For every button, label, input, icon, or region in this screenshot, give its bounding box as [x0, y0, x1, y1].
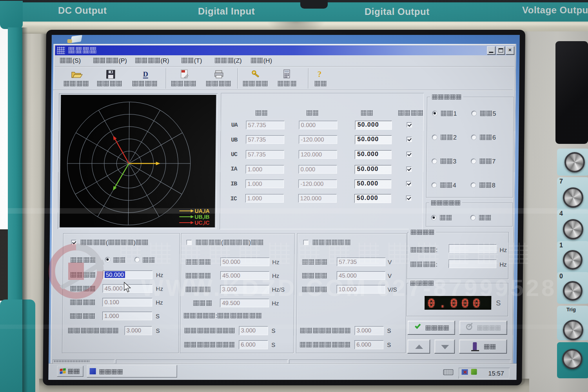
svg-text:UB,IB: UB,IB [194, 214, 209, 220]
svg-text:?: ? [318, 69, 322, 79]
svg-text:UA,IA: UA,IA [194, 208, 209, 214]
svg-text:D: D [143, 70, 148, 78]
svg-text:UC,IC: UC,IC [194, 220, 209, 226]
